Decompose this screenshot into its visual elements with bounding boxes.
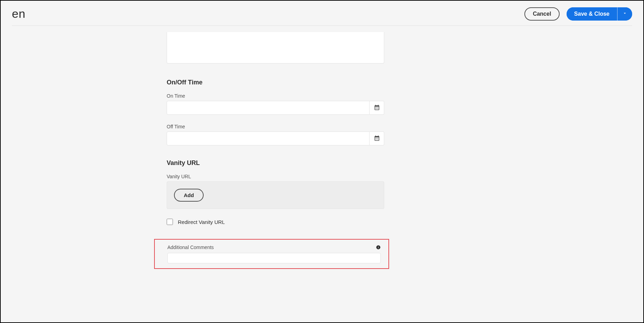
on-time-input[interactable] xyxy=(167,101,370,115)
form-column: On/Off Time On Time Off Time xyxy=(167,32,384,269)
on-time-label: On Time xyxy=(167,93,384,99)
off-time-calendar-button[interactable] xyxy=(370,132,384,145)
redirect-vanity-checkbox[interactable] xyxy=(167,219,173,225)
svg-rect-2 xyxy=(378,246,378,247)
vanity-section-heading: Vanity URL xyxy=(167,159,384,167)
calendar-icon xyxy=(374,104,380,112)
header-actions: Cancel Save & Close xyxy=(524,7,632,21)
onoff-section-heading: On/Off Time xyxy=(167,79,384,86)
on-time-calendar-button[interactable] xyxy=(370,101,384,115)
redirect-vanity-label[interactable]: Redirect Vanity URL xyxy=(178,219,225,225)
additional-comments-input[interactable] xyxy=(167,253,381,263)
calendar-icon xyxy=(374,135,380,142)
save-and-close-button[interactable]: Save & Close xyxy=(567,7,617,21)
on-time-row xyxy=(167,101,384,115)
info-icon[interactable] xyxy=(376,245,381,250)
previous-textarea-field[interactable] xyxy=(167,32,384,63)
save-dropdown-button[interactable] xyxy=(617,7,632,21)
cancel-button[interactable]: Cancel xyxy=(524,7,559,21)
svg-rect-1 xyxy=(378,247,378,248)
vanity-url-label: Vanity URL xyxy=(167,174,384,179)
additional-comments-highlight: Additional Comments xyxy=(154,239,389,269)
chevron-down-icon xyxy=(622,11,627,17)
header: en Cancel Save & Close xyxy=(1,1,643,32)
off-time-row xyxy=(167,132,384,145)
save-button-group: Save & Close xyxy=(567,7,632,21)
redirect-vanity-row: Redirect Vanity URL xyxy=(167,219,384,225)
form-scroll-area[interactable]: On/Off Time On Time Off Time xyxy=(1,32,643,322)
off-time-label: Off Time xyxy=(167,124,384,129)
off-time-input[interactable] xyxy=(167,132,370,145)
additional-comments-label: Additional Comments xyxy=(167,245,214,250)
page-title: en xyxy=(12,7,25,21)
vanity-url-well: Add xyxy=(167,181,384,209)
add-vanity-url-button[interactable]: Add xyxy=(174,189,204,202)
